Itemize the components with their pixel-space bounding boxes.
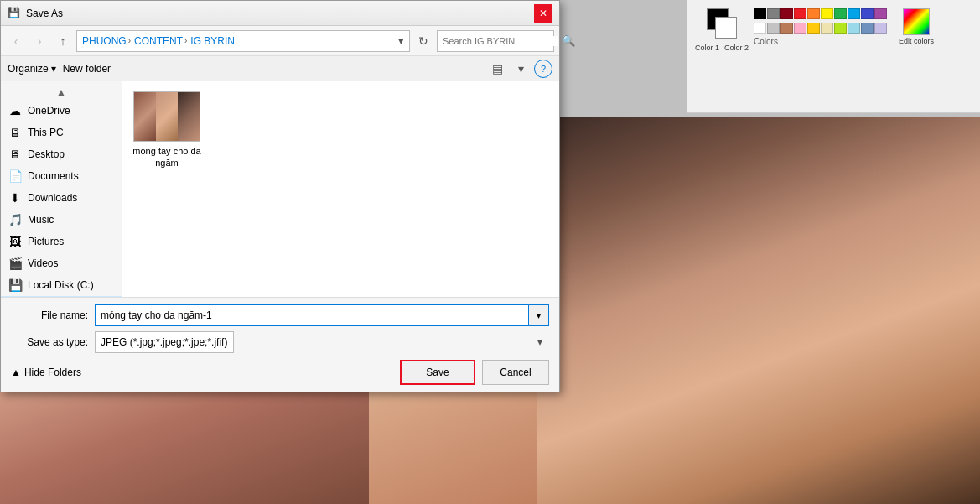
breadcrumb-igbyrin[interactable]: IG BYRIN [190, 35, 235, 47]
edit-colors-preview [903, 8, 930, 35]
downloads-icon: ⬇ [8, 190, 23, 205]
edit-colors-section: Edit colors [899, 8, 934, 45]
swatch-green[interactable] [834, 8, 847, 19]
sidebar-item-desktop[interactable]: 🖥 Desktop [1, 143, 122, 165]
cancel-button[interactable]: Cancel [482, 360, 549, 385]
address-bar[interactable]: PHUONG › CONTENT › IG BYRIN ▾ [76, 30, 410, 52]
color2-label: Color 2 [724, 44, 749, 52]
file-item[interactable]: móng tay cho da ngăm [129, 88, 205, 173]
swatch-yellow[interactable] [821, 8, 833, 19]
sidebar-item-localc[interactable]: 💾 Local Disk (C:) [1, 274, 122, 296]
filename-row: File name: ▾ [11, 304, 549, 326]
swatch-lightgray[interactable] [767, 23, 780, 34]
filetype-row: Save as type: JPEG (*.jpg;*.jpeg;*.jpe;*… [11, 331, 549, 353]
color-box-background [715, 17, 737, 39]
color-row-2 [754, 23, 887, 34]
filename-dropdown-button[interactable]: ▾ [529, 304, 549, 326]
swatch-orange[interactable] [807, 8, 820, 19]
swatch-darkred[interactable] [780, 8, 793, 19]
swatch-lavender[interactable] [874, 23, 887, 34]
color1-label: Color 1 [695, 44, 719, 52]
swatch-cream[interactable] [821, 23, 833, 34]
search-icon: 🔍 [562, 34, 575, 47]
swatch-gold[interactable] [807, 23, 820, 34]
videos-icon: 🎬 [8, 256, 23, 271]
hide-folders-label: Hide Folders [24, 366, 81, 378]
dialog-content: ▲ ☁ OneDrive 🖥 This PC 🖥 Desktop 📄 Docum… [1, 81, 559, 297]
filename-label: File name: [11, 309, 95, 321]
color-swatches-grid: Colors [754, 8, 887, 46]
hide-folders-icon: ▲ [11, 366, 21, 378]
sidebar-item-videos[interactable]: 🎬 Videos [1, 252, 122, 274]
dialog-close-button[interactable]: ✕ [534, 4, 552, 23]
save-as-dialog: 💾 Save As ✕ ‹ › ↑ PHUONG › CONTENT › IG … [0, 0, 560, 392]
dialog-title-icon: 💾 [8, 7, 21, 20]
secondary-toolbar: Organize ▾ New folder ▤ ▾ ? [1, 56, 559, 81]
sidebar: ▲ ☁ OneDrive 🖥 This PC 🖥 Desktop 📄 Docum… [1, 81, 122, 297]
colors-label: Colors [754, 37, 887, 46]
swatch-steelblue[interactable] [861, 23, 874, 34]
swatch-lightblue[interactable] [848, 23, 860, 34]
swatch-blue[interactable] [848, 8, 860, 19]
color-row-1 [754, 8, 887, 19]
sidebar-item-music[interactable]: 🎵 Music [1, 209, 122, 231]
file-area[interactable]: móng tay cho da ngăm [122, 81, 559, 297]
save-button[interactable]: Save [400, 360, 475, 385]
dialog-titlebar: 💾 Save As ✕ [1, 1, 559, 26]
swatch-lime[interactable] [834, 23, 847, 34]
swatch-darkblue[interactable] [861, 8, 874, 19]
bg-photo-3 [537, 117, 980, 504]
swatch-white[interactable] [754, 23, 766, 34]
search-box: 🔍 [437, 30, 554, 52]
file-thumbnail [133, 91, 200, 142]
sidebar-item-pictures[interactable]: 🖼 Pictures [1, 231, 122, 252]
swatch-red[interactable] [794, 8, 806, 19]
desktop-icon: 🖥 [8, 147, 23, 162]
paint-colors-row: Color 1 Color 2 [695, 8, 972, 52]
refresh-button[interactable]: ↻ [413, 31, 433, 51]
filename-input[interactable] [95, 304, 529, 326]
swatch-brown[interactable] [780, 23, 793, 34]
forward-button[interactable]: › [29, 31, 49, 51]
edit-colors-label: Edit colors [899, 37, 934, 45]
view-button[interactable]: ▤ [487, 59, 507, 79]
documents-icon: 📄 [8, 169, 23, 184]
sidebar-scroll-up[interactable]: ▲ [1, 85, 122, 100]
breadcrumb-phuong[interactable]: PHUONG › [82, 35, 131, 47]
sidebar-item-documents[interactable]: 📄 Documents [1, 165, 122, 187]
paint-panel: Color 1 Color 2 [687, 0, 980, 113]
thispc-icon: 🖥 [8, 125, 23, 140]
action-row: ▲ Hide Folders Save Cancel [11, 360, 549, 385]
address-bar-dropdown[interactable]: ▾ [398, 34, 404, 47]
hide-folders-button[interactable]: ▲ Hide Folders [11, 366, 81, 378]
sidebar-item-thispc[interactable]: 🖥 This PC [1, 122, 122, 143]
sidebar-item-downloads[interactable]: ⬇ Downloads [1, 187, 122, 209]
action-buttons: Save Cancel [400, 360, 549, 385]
view-options: ▤ ▾ ? [487, 59, 552, 79]
music-icon: 🎵 [8, 212, 23, 227]
help-button[interactable]: ? [534, 60, 552, 78]
color-boxes-pair: Color 1 Color 2 [695, 8, 749, 52]
file-name: móng tay cho da ngăm [132, 145, 201, 169]
new-folder-label: New folder [63, 63, 111, 75]
swatch-purple[interactable] [874, 8, 887, 19]
back-button[interactable]: ‹ [6, 31, 26, 51]
filetype-select[interactable]: JPEG (*.jpg;*.jpeg;*.jpe;*.jfif) [95, 331, 234, 353]
localc-icon: 💾 [8, 278, 23, 293]
breadcrumb-content[interactable]: CONTENT › [134, 35, 187, 47]
sidebar-item-onedrive[interactable]: ☁ OneDrive [1, 100, 122, 122]
swatch-gray[interactable] [767, 8, 780, 19]
filetype-label: Save as type: [11, 336, 95, 348]
up-button[interactable]: ↑ [53, 31, 73, 51]
organize-label: Organize [8, 63, 49, 75]
thumb-segment-3 [178, 92, 200, 141]
search-input[interactable] [443, 36, 558, 46]
organize-button[interactable]: Organize ▾ [8, 63, 56, 75]
dialog-bottom: File name: ▾ Save as type: JPEG (*.jpg;*… [1, 297, 559, 392]
dialog-title-text: Save As [26, 8, 529, 19]
swatch-black[interactable] [754, 8, 766, 19]
dialog-toolbar: ‹ › ↑ PHUONG › CONTENT › IG BYRIN ▾ ↻ 🔍 [1, 26, 559, 56]
new-folder-button[interactable]: New folder [63, 63, 111, 75]
view-dropdown-button[interactable]: ▾ [511, 59, 531, 79]
swatch-pink[interactable] [794, 23, 806, 34]
